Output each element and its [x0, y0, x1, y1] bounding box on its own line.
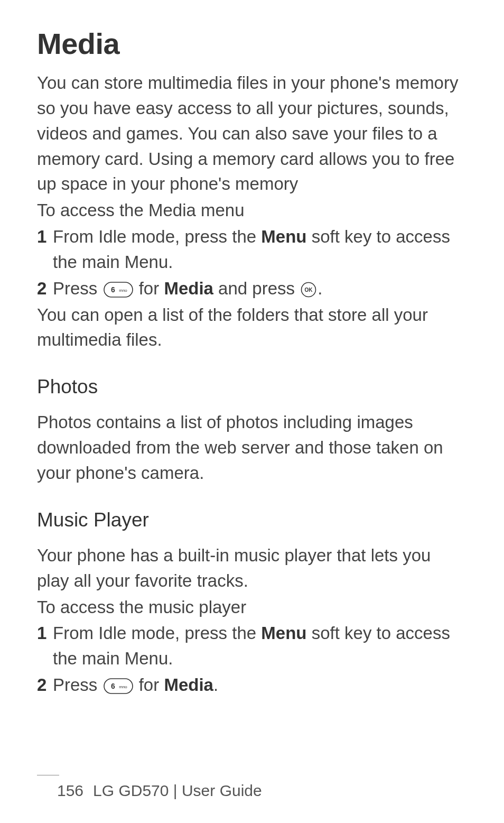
- music-player-heading: Music Player: [37, 509, 467, 531]
- music-step2-suffix: .: [213, 675, 218, 695]
- step2-bold: Media: [164, 279, 213, 298]
- footer-guide: User Guide: [182, 782, 262, 799]
- footer-text: 156LG GD570 | User Guide: [57, 782, 467, 800]
- footer-page-number: 156: [57, 782, 83, 799]
- ok-key-icon: OK: [301, 282, 316, 298]
- music-step2-prefix: Press: [53, 675, 102, 695]
- step-text: Press 6mno for Media.: [53, 672, 467, 698]
- footer-device: LG GD570: [93, 782, 169, 799]
- step-text: From Idle mode, press the Menu soft key …: [53, 224, 467, 275]
- media-step-1: 1 From Idle mode, press the Menu soft ke…: [37, 224, 467, 275]
- step-number: 1: [37, 621, 53, 646]
- music-step2-mid: for: [134, 675, 164, 695]
- svg-text:mno: mno: [119, 288, 127, 293]
- svg-text:6: 6: [111, 285, 115, 294]
- page-footer: 156LG GD570 | User Guide: [0, 775, 504, 800]
- step-number: 2: [37, 276, 53, 301]
- svg-text:mno: mno: [119, 685, 127, 689]
- music-step-1: 1 From Idle mode, press the Menu soft ke…: [37, 621, 467, 671]
- music-step1-prefix: From Idle mode, press the: [53, 623, 261, 643]
- step2-prefix: Press: [53, 279, 102, 298]
- svg-rect-5: [104, 679, 133, 693]
- page-title: Media: [37, 26, 467, 61]
- six-mno-key-icon: 6mno: [104, 678, 133, 694]
- access-media-heading: To access the Media menu: [37, 198, 467, 223]
- step2-mid1: for: [134, 279, 164, 298]
- music-body: Your phone has a built-in music player t…: [37, 543, 467, 594]
- step2-mid2: and press: [213, 279, 300, 298]
- music-access-heading: To access the music player: [37, 595, 467, 620]
- step-number: 1: [37, 224, 53, 249]
- music-step1-bold: Menu: [261, 623, 306, 643]
- photos-heading: Photos: [37, 376, 467, 398]
- footer-rule: [37, 775, 59, 775]
- step2-suffix: .: [318, 279, 322, 298]
- step1-bold: Menu: [261, 227, 306, 246]
- step1-prefix: From Idle mode, press the: [53, 227, 261, 246]
- photos-body: Photos contains a list of photos includi…: [37, 410, 467, 486]
- six-mno-key-icon: 6mno: [104, 282, 133, 298]
- music-step-2: 2 Press 6mno for Media.: [37, 672, 467, 698]
- music-step2-bold: Media: [164, 675, 213, 695]
- step-number: 2: [37, 672, 53, 698]
- media-step-2: 2 Press 6mno for Media and press OK.: [37, 276, 467, 301]
- svg-rect-0: [104, 282, 133, 297]
- svg-text:OK: OK: [305, 287, 313, 293]
- intro-paragraph: You can store multimedia files in your p…: [37, 70, 467, 197]
- folders-text: You can open a list of the folders that …: [37, 302, 467, 353]
- step-text: From Idle mode, press the Menu soft key …: [53, 621, 467, 671]
- footer-divider: |: [169, 782, 181, 799]
- step-text: Press 6mno for Media and press OK.: [53, 276, 467, 301]
- svg-text:6: 6: [111, 682, 115, 690]
